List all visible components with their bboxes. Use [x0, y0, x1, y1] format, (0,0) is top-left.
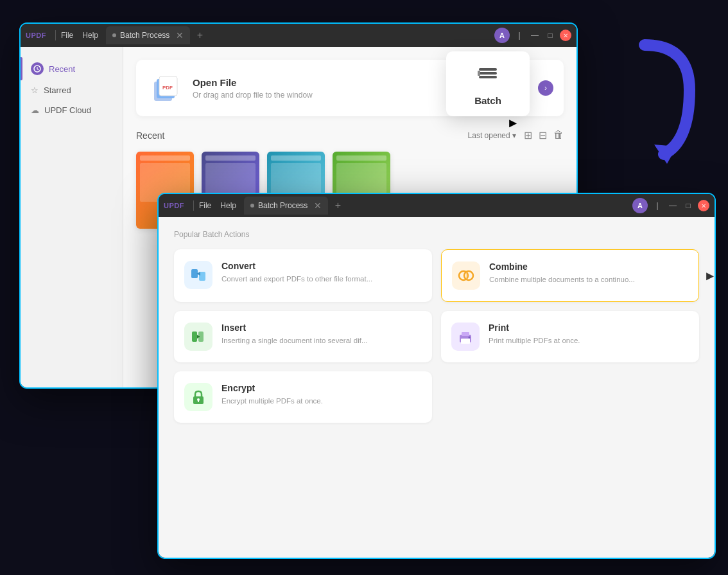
recent-sort[interactable]: Last opened ▾ — [468, 131, 516, 140]
close-btn-1[interactable]: ✕ — [560, 30, 571, 41]
sidebar-starred-label: Starred — [44, 85, 71, 95]
tab-close-2[interactable]: ✕ — [314, 200, 322, 211]
batch-card-insert[interactable]: Insert Inserting a single document into … — [174, 311, 432, 362]
encrypt-text: Encrypt Encrypt multiple PDFs at once. — [221, 383, 323, 406]
batch-card-encrypt[interactable]: Encrypt Encrypt multiple PDFs at once. — [174, 371, 432, 423]
batch-section-title: Popular Batch Actions — [174, 230, 699, 239]
arrow-decoration — [632, 39, 709, 167]
maximize-btn-2[interactable]: □ — [682, 200, 694, 211]
delete-btn[interactable]: 🗑 — [553, 129, 564, 141]
combine-title: Combine — [489, 261, 635, 272]
sidebar-1: Recent ☆ Starred ☁ UPDF Cloud — [21, 47, 123, 387]
svg-rect-6 — [479, 72, 497, 75]
combine-cursor-icon: ► — [704, 269, 716, 283]
sidebar-item-cloud[interactable]: ☁ UPDF Cloud — [21, 100, 123, 120]
tab-add-2[interactable]: + — [331, 199, 345, 213]
sidebar-item-recent[interactable]: Recent — [21, 57, 123, 80]
menu-bar-1: File Help — [61, 31, 98, 40]
avatar-2[interactable]: A — [632, 198, 648, 213]
tab-close-1[interactable]: ✕ — [176, 30, 184, 40]
list-view-btn[interactable]: ⊞ — [524, 129, 532, 141]
batch-card-convert[interactable]: Convert Convert and export PDFs to other… — [174, 249, 432, 302]
insert-icon — [184, 323, 212, 351]
close-btn-2[interactable]: ✕ — [698, 200, 709, 211]
convert-desc: Convert and export PDFs to other file fo… — [221, 274, 372, 284]
print-desc: Print multiple PDFs at once. — [489, 335, 580, 346]
divider-1 — [55, 30, 56, 40]
minimize-btn-1[interactable]: — — [529, 30, 541, 41]
svg-rect-5 — [479, 68, 497, 71]
insert-title: Insert — [221, 323, 368, 333]
divider-vert-2: | — [652, 200, 663, 211]
batch-tooltip-label: Batch — [456, 95, 519, 106]
recent-header: Recent Last opened ▾ ⊞ ⊟ 🗑 — [136, 129, 564, 141]
batch-content: Popular Batch Actions Convert Convert an… — [159, 217, 715, 558]
batch-tooltip-icon — [456, 62, 519, 90]
window-2: UPDF File Help Batch Process ✕ + A | — □… — [157, 193, 716, 559]
batch-grid: Convert Convert and export PDFs to other… — [174, 249, 699, 423]
print-text: Print Print multiple PDFs at once. — [489, 323, 580, 346]
title-bar-1: UPDF File Help Batch Process ✕ + A | — □… — [21, 24, 576, 47]
sidebar-item-starred[interactable]: ☆ Starred — [21, 80, 123, 100]
menu-bar-2: File Help — [199, 201, 236, 210]
svg-rect-14 — [192, 332, 197, 342]
divider-2 — [193, 200, 194, 211]
recent-icon — [31, 62, 44, 75]
title-bar-2: UPDF File Help Batch Process ✕ + A | — □… — [159, 194, 715, 217]
logo-1: UPDF — [26, 31, 46, 39]
tab-batch-2[interactable]: Batch Process ✕ — [244, 197, 328, 215]
svg-point-20 — [469, 337, 471, 339]
tab-batch-1[interactable]: Batch Process ✕ — [106, 26, 190, 44]
svg-rect-18 — [462, 332, 469, 336]
tab-dot-2 — [250, 204, 254, 208]
maximize-btn-1[interactable]: □ — [544, 30, 556, 41]
insert-desc: Inserting a single document into several… — [221, 335, 368, 346]
batch-card-print[interactable]: Print Print multiple PDFs at once. — [441, 311, 699, 362]
open-file-text: Open File Or drag and drop file to the w… — [193, 77, 313, 100]
avatar-1[interactable]: A — [494, 28, 510, 43]
controls-2: A | — □ ✕ — [632, 198, 709, 213]
divider-vert-1: | — [514, 30, 525, 41]
convert-icon — [184, 261, 212, 289]
cursor-icon: ► — [507, 116, 519, 130]
print-title: Print — [489, 323, 580, 333]
menu-help-2[interactable]: Help — [220, 201, 236, 210]
combine-text: Combine Combine multiple documents to a … — [489, 261, 635, 285]
recent-title: Recent — [136, 130, 468, 141]
insert-text: Insert Inserting a single document into … — [221, 323, 368, 346]
encrypt-desc: Encrypt multiple PDFs at once. — [221, 396, 323, 406]
convert-text: Convert Convert and export PDFs to other… — [221, 261, 372, 284]
menu-file-2[interactable]: File — [199, 201, 211, 210]
controls-1: A | — □ ✕ — [494, 28, 571, 43]
svg-text:PDF: PDF — [162, 85, 173, 91]
tab-area-1: Batch Process ✕ + — [106, 26, 494, 44]
logo-2: UPDF — [164, 202, 184, 209]
tab-area-2: Batch Process ✕ + — [244, 197, 632, 215]
sidebar-recent-label: Recent — [49, 64, 75, 74]
combine-icon — [452, 261, 480, 290]
tab-label-1: Batch Process — [120, 31, 169, 40]
sidebar-cloud-label: UPDF Cloud — [44, 105, 91, 115]
minimize-btn-2[interactable]: — — [667, 200, 679, 211]
batch-tooltip: Batch ► — [446, 51, 530, 116]
combine-desc: Combine multiple documents to a continuo… — [489, 274, 635, 285]
menu-help-1[interactable]: Help — [82, 31, 98, 40]
svg-rect-7 — [479, 76, 497, 78]
open-file-subtitle: Or drag and drop file to the window — [193, 91, 313, 100]
batch-card-combine[interactable]: Combine Combine multiple documents to a … — [441, 249, 699, 302]
cloud-icon: ☁ — [31, 105, 39, 115]
grid-view-btn[interactable]: ⊟ — [539, 129, 547, 141]
star-icon: ☆ — [31, 85, 39, 95]
open-file-arrow[interactable]: › — [538, 80, 553, 96]
convert-title: Convert — [221, 261, 372, 271]
svg-rect-8 — [478, 71, 480, 76]
encrypt-title: Encrypt — [221, 383, 323, 393]
tab-add-1[interactable]: + — [193, 28, 207, 42]
svg-rect-23 — [198, 400, 199, 402]
svg-rect-19 — [461, 339, 470, 344]
tab-label-2: Batch Process — [258, 201, 308, 210]
open-file-icon: PDF — [152, 73, 182, 103]
print-icon — [451, 323, 480, 351]
menu-file-1[interactable]: File — [61, 31, 73, 40]
view-controls: ⊞ ⊟ 🗑 — [524, 129, 564, 141]
